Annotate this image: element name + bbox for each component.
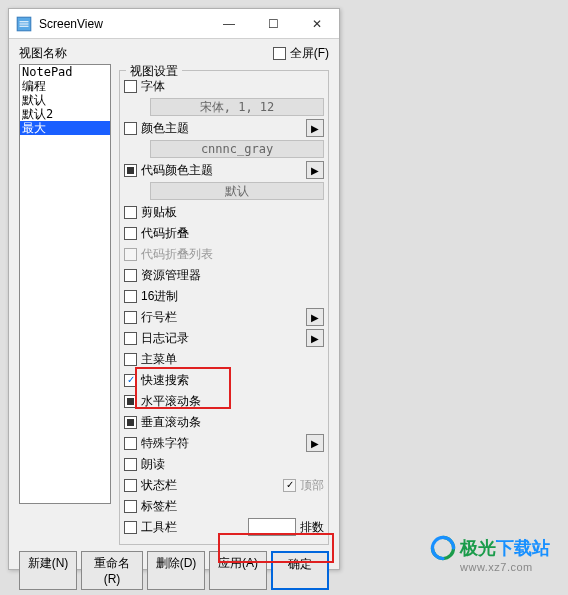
log-label: 日志记录 — [141, 330, 189, 347]
top-label: 顶部 — [300, 477, 324, 494]
color-theme-value[interactable]: cnnnc_gray — [150, 140, 324, 158]
mainmenu-checkbox[interactable] — [124, 353, 137, 366]
group-legend: 视图设置 — [126, 63, 182, 80]
linenum-more-button[interactable]: ▶ — [306, 308, 324, 326]
codefold-col-label: 代码折叠列表 — [141, 246, 213, 263]
close-button[interactable]: ✕ — [295, 9, 339, 39]
codefold-col-checkbox — [124, 248, 137, 261]
vscroll-checkbox[interactable] — [124, 416, 137, 429]
delete-button[interactable]: 删除(D) — [147, 551, 205, 590]
fullscreen-label: 全屏(F) — [290, 45, 329, 62]
linenum-label: 行号栏 — [141, 309, 177, 326]
quicksearch-checkbox[interactable]: ✓ — [124, 374, 137, 387]
color-theme-more-button[interactable]: ▶ — [306, 119, 324, 137]
view-name-label: 视图名称 — [19, 45, 67, 62]
settings-panel: 视图设置 字体 宋体, 1, 12 颜色主题 ▶ cnnnc_gray — [119, 64, 329, 545]
font-value[interactable]: 宋体, 1, 12 — [150, 98, 324, 116]
codefold-label: 代码折叠 — [141, 225, 189, 242]
hex-checkbox[interactable] — [124, 290, 137, 303]
minimize-button[interactable]: — — [207, 9, 251, 39]
linenum-checkbox[interactable] — [124, 311, 137, 324]
font-label: 字体 — [141, 78, 165, 95]
view-settings-group: 视图设置 字体 宋体, 1, 12 颜色主题 ▶ cnnnc_gray — [119, 70, 329, 545]
code-color-theme-value[interactable]: 默认 — [150, 182, 324, 200]
brand-logo: 极光下载站 www.xz7.com — [430, 535, 550, 573]
list-item[interactable]: 默认2 — [20, 107, 110, 121]
read-checkbox[interactable] — [124, 458, 137, 471]
log-checkbox[interactable] — [124, 332, 137, 345]
fullscreen-checkbox[interactable] — [273, 47, 286, 60]
window: ScreenView — ☐ ✕ 视图名称 全屏(F) NotePad编程默认默… — [8, 8, 340, 570]
maximize-button[interactable]: ☐ — [251, 9, 295, 39]
apply-button[interactable]: 应用(A) — [209, 551, 267, 590]
top-row: 视图名称 全屏(F) — [9, 39, 339, 64]
special-more-button[interactable]: ▶ — [306, 434, 324, 452]
top-checkbox: ✓ — [283, 479, 296, 492]
titlebar: ScreenView — ☐ ✕ — [9, 9, 339, 39]
codefold-checkbox[interactable] — [124, 227, 137, 240]
ok-button[interactable]: 确定 — [271, 551, 329, 590]
list-item[interactable]: 默认 — [20, 93, 110, 107]
clipboard-label: 剪贴板 — [141, 204, 177, 221]
app-icon — [15, 15, 33, 33]
rename-button[interactable]: 重命名(R) — [81, 551, 143, 590]
hscroll-checkbox[interactable] — [124, 395, 137, 408]
tab-checkbox[interactable] — [124, 500, 137, 513]
code-color-theme-more-button[interactable]: ▶ — [306, 161, 324, 179]
log-more-button[interactable]: ▶ — [306, 329, 324, 347]
hscroll-label: 水平滚动条 — [141, 393, 201, 410]
brand-name-right: 下载站 — [496, 536, 550, 560]
view-listbox[interactable]: NotePad编程默认默认2最大 — [19, 64, 111, 504]
brand-url: www.xz7.com — [460, 561, 550, 573]
new-button[interactable]: 新建(N) — [19, 551, 77, 590]
hex-label: 16进制 — [141, 288, 178, 305]
clipboard-checkbox[interactable] — [124, 206, 137, 219]
read-label: 朗读 — [141, 456, 165, 473]
window-title: ScreenView — [39, 17, 103, 31]
rows-number-input[interactable] — [248, 518, 296, 536]
status-checkbox[interactable] — [124, 479, 137, 492]
special-checkbox[interactable] — [124, 437, 137, 450]
body-row: NotePad编程默认默认2最大 视图设置 字体 宋体, 1, 12 颜色主题 … — [9, 64, 339, 545]
mainmenu-label: 主菜单 — [141, 351, 177, 368]
list-item[interactable]: NotePad — [20, 65, 110, 79]
code-color-theme-checkbox[interactable] — [124, 164, 137, 177]
color-theme-label: 颜色主题 — [141, 120, 189, 137]
status-label: 状态栏 — [141, 477, 177, 494]
code-color-theme-label: 代码颜色主题 — [141, 162, 213, 179]
rows-label: 排数 — [300, 519, 324, 536]
vscroll-label: 垂直滚动条 — [141, 414, 201, 431]
list-item[interactable]: 编程 — [20, 79, 110, 93]
list-item[interactable]: 最大 — [20, 121, 110, 135]
tab-label: 标签栏 — [141, 498, 177, 515]
color-theme-checkbox[interactable] — [124, 122, 137, 135]
quicksearch-label: 快速搜索 — [141, 372, 189, 389]
special-label: 特殊字符 — [141, 435, 189, 452]
font-checkbox[interactable] — [124, 80, 137, 93]
toolbar-label: 工具栏 — [141, 519, 177, 536]
brand-name-left: 极光 — [460, 536, 496, 560]
explorer-checkbox[interactable] — [124, 269, 137, 282]
logo-swirl-icon — [430, 535, 456, 561]
bottom-buttons: 新建(N) 重命名(R) 删除(D) 应用(A) 确定 — [9, 545, 339, 595]
toolbar-checkbox[interactable] — [124, 521, 137, 534]
explorer-label: 资源管理器 — [141, 267, 201, 284]
